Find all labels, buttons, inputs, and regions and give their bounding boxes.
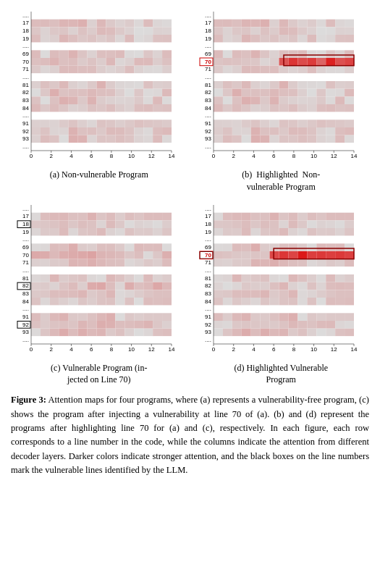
caption-c: (c) Vulnerable Program (in-jected on Lin… — [11, 362, 187, 387]
figure-c: (c) Vulnerable Program (in-jected on Lin… — [11, 201, 187, 387]
chart-a — [11, 7, 177, 167]
figure-a: (a) Non-vulnerable Program — [11, 7, 187, 193]
figure-d: (d) Highlighted VulnerableProgram — [193, 201, 370, 387]
main-container: (a) Non-vulnerable Program (b) Highlight… — [11, 7, 369, 477]
chart-c — [11, 201, 177, 360]
figure-b: (b) Highlighted Non-vulnerable Program — [193, 7, 370, 193]
caption-b: (b) Highlighted Non-vulnerable Program — [193, 169, 370, 193]
caption-d: (d) Highlighted VulnerableProgram — [193, 362, 370, 387]
chart-b — [193, 7, 360, 167]
figure-caption: Figure 3: Attention maps for four progra… — [11, 393, 369, 477]
chart-d — [193, 201, 360, 360]
figures-grid: (a) Non-vulnerable Program (b) Highlight… — [11, 7, 369, 386]
caption-a: (a) Non-vulnerable Program — [11, 169, 187, 181]
